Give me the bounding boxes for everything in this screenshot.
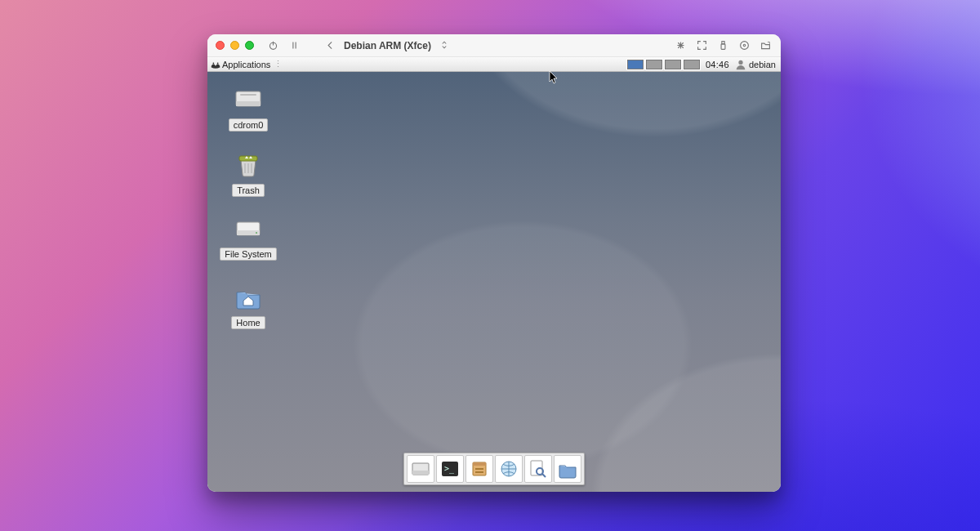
dock-web-browser[interactable]: [495, 455, 523, 483]
svg-point-11: [743, 44, 745, 46]
panel-clock[interactable]: 04:46: [701, 60, 734, 69]
desktop-icon-label: cdrom0: [229, 118, 269, 132]
svg-rect-30: [473, 462, 486, 466]
host-titlebar: Debian ARM (Xfce): [207, 34, 781, 57]
dock-appfinder[interactable]: [524, 455, 552, 483]
svg-rect-26: [412, 471, 429, 475]
dock-terminal[interactable]: >_: [436, 455, 464, 483]
workspace-2[interactable]: [645, 59, 663, 70]
applications-menu-icon[interactable]: [209, 58, 222, 71]
close-window-button[interactable]: [216, 41, 225, 50]
desktop-icon-cdrom[interactable]: cdrom0: [216, 83, 281, 132]
capture-input-icon[interactable]: [673, 38, 688, 53]
traffic-lights: [216, 41, 254, 50]
svg-point-24: [256, 232, 257, 234]
dock-show-desktop[interactable]: [407, 455, 434, 483]
back-button[interactable]: [323, 38, 337, 53]
svg-point-12: [213, 62, 215, 64]
drive-image-icon[interactable]: [737, 38, 751, 53]
xfce-desktop[interactable]: cdrom0 Trash File System: [207, 72, 781, 492]
fullscreen-icon[interactable]: [694, 38, 709, 53]
optical-drive-icon: [232, 83, 265, 116]
svg-rect-32: [475, 471, 483, 473]
mouse-cursor-icon: [549, 70, 559, 85]
dock-file-manager[interactable]: [466, 455, 493, 483]
desktop-icon-label: File System: [220, 248, 276, 261]
svg-rect-31: [475, 468, 483, 470]
workspace-4[interactable]: [683, 59, 701, 70]
xfce-dock: >_: [403, 453, 585, 485]
workspace-1[interactable]: [626, 59, 644, 70]
panel-username[interactable]: debian: [749, 60, 779, 69]
svg-rect-9: [721, 42, 724, 44]
svg-rect-17: [240, 94, 256, 96]
home-folder-icon: [232, 281, 265, 314]
desktop-icon-home[interactable]: Home: [216, 281, 281, 329]
power-button[interactable]: [265, 38, 280, 53]
hard-drive-icon: [232, 212, 265, 245]
workspace-pager: [626, 59, 701, 70]
usb-icon[interactable]: [715, 38, 730, 53]
title-selector-icon[interactable]: [441, 40, 448, 51]
minimize-window-button[interactable]: [230, 41, 239, 50]
xfce-panel: Applications ⋮ 04:46 debian: [207, 57, 781, 72]
pause-button[interactable]: [287, 38, 301, 53]
desktop-icon-filesystem[interactable]: File System: [216, 212, 281, 261]
host-window-title: Debian ARM (Xfce): [344, 40, 431, 51]
svg-line-36: [542, 474, 546, 477]
desktop-icon-label: Home: [231, 316, 265, 329]
shared-folder-icon[interactable]: [758, 38, 773, 53]
workspace-3[interactable]: [664, 59, 682, 70]
svg-point-13: [217, 62, 219, 64]
desktop-icon-trash[interactable]: Trash: [216, 149, 281, 197]
svg-point-10: [740, 42, 748, 50]
svg-text:>_: >_: [444, 464, 455, 474]
svg-point-14: [738, 60, 742, 64]
utm-vm-window: Debian ARM (Xfce) Applications ⋮: [207, 34, 781, 492]
panel-grip[interactable]: ⋮: [274, 59, 283, 69]
applications-menu-label[interactable]: Applications: [222, 60, 270, 69]
desktop-icon-label: Trash: [232, 184, 265, 197]
dock-home-folder[interactable]: [554, 455, 581, 483]
svg-rect-8: [721, 44, 725, 50]
zoom-window-button[interactable]: [245, 41, 254, 50]
user-menu-icon[interactable]: [734, 58, 747, 71]
svg-rect-16: [236, 101, 261, 106]
trash-icon: [232, 149, 265, 181]
